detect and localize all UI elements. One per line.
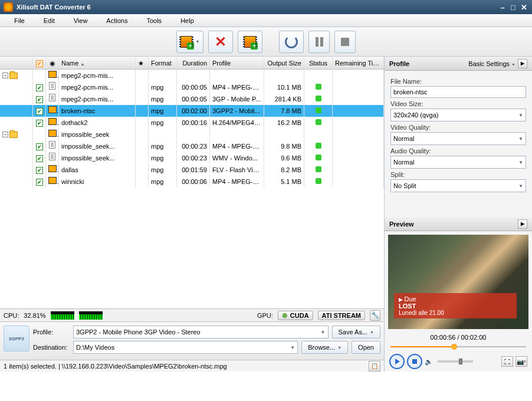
collapse-profile-button[interactable]: ▶	[518, 59, 527, 68]
row-checkbox[interactable]: ✔	[36, 155, 43, 162]
status-icon	[316, 178, 321, 184]
pause-button[interactable]	[308, 31, 330, 53]
status-icon	[316, 84, 321, 90]
film-icon: +	[180, 36, 192, 48]
toolbar: +▼ ✕ +	[0, 27, 532, 57]
row-checkbox[interactable]: ✔	[36, 143, 43, 150]
videosize-select[interactable]: 320x240 (qvga)	[390, 109, 526, 121]
collapse-preview-button[interactable]: ▶	[518, 219, 527, 229]
expand-toggle[interactable]: −	[2, 132, 8, 137]
grid-header: ✔ ◉ Name ▲ ★ Format Duration Profile Out…	[0, 57, 384, 70]
menu-help[interactable]: Help	[171, 15, 203, 26]
menu-view[interactable]: View	[64, 15, 97, 26]
status-text: 1 item(s) selected. | \\192.168.0.223\Vi…	[4, 363, 227, 370]
cpu-meter-1	[51, 311, 74, 320]
col-status[interactable]: Status	[304, 57, 333, 69]
col-remaining[interactable]: Remaining Time	[333, 57, 384, 69]
audioquality-label: Audio Quality:	[390, 147, 526, 155]
play-button[interactable]	[389, 354, 405, 369]
destination-select[interactable]: D:\My Videos	[73, 341, 298, 354]
filename-input[interactable]	[390, 86, 526, 98]
remove-button[interactable]: ✕	[208, 31, 233, 53]
seek-slider[interactable]	[390, 343, 526, 350]
cpu-meter-2	[79, 311, 103, 320]
table-row[interactable]: − impossible_seek	[0, 129, 384, 140]
delete-icon: ✕	[215, 34, 226, 50]
profile-panel-title: Profile	[389, 60, 409, 67]
file-grid[interactable]: ✔ ◉ Name ▲ ★ Format Duration Profile Out…	[0, 57, 384, 308]
menu-edit[interactable]: Edit	[34, 15, 64, 26]
col-output[interactable]: Output Size	[264, 57, 304, 69]
row-checkbox[interactable]: ✔	[36, 108, 43, 115]
row-checkbox[interactable]: ✔	[36, 167, 43, 174]
save-as-button[interactable]: Save As...▼	[332, 326, 380, 338]
minimize-button[interactable]: –	[498, 3, 507, 11]
settings-button[interactable]: 🔧	[370, 310, 380, 321]
ati-badge[interactable]: ATI STREAM	[318, 311, 365, 320]
snapshot-button[interactable]: 📷▾	[515, 356, 527, 367]
cpu-label: CPU:	[4, 312, 19, 319]
col-name[interactable]: Name ▲	[59, 57, 136, 69]
menu-actions[interactable]: Actions	[97, 15, 137, 26]
menu-file[interactable]: File	[5, 15, 34, 26]
table-row[interactable]: − mpeg2-pcm-mis...	[0, 70, 384, 81]
status-bar: 1 item(s) selected. | \\192.168.0.223\Vi…	[0, 360, 384, 372]
videoquality-select[interactable]: Normal	[390, 132, 526, 145]
volume-icon[interactable]: 🔈	[425, 358, 433, 366]
menu-tools[interactable]: Tools	[137, 15, 171, 26]
browse-button[interactable]: Browse...▼	[301, 341, 348, 354]
report-button[interactable]: 📋	[369, 361, 380, 372]
add-output-button[interactable]: +	[238, 31, 262, 53]
open-button[interactable]: Open	[352, 341, 380, 354]
stop-preview-icon	[412, 359, 417, 364]
row-checkbox[interactable]: ✔	[36, 96, 43, 103]
profile-panel-header: Profile Basic Settings ▼ ▶	[385, 57, 532, 71]
volume-slider[interactable]	[438, 360, 473, 363]
table-row[interactable]: ✔winnickimpg00:00:06MP4 - MPEG-4 ...5.1 …	[0, 176, 384, 188]
properties-panel: File Name: Video Size: 320x240 (qvga) Vi…	[385, 71, 532, 197]
table-row[interactable]: ✔impossible_seek...mpg00:00:23WMV - Wind…	[0, 152, 384, 164]
add-file-button[interactable]: +▼	[176, 31, 204, 53]
profile-select[interactable]: 3GPP2 - Mobile Phone 3GP Video - Stereo	[73, 326, 329, 338]
check-all[interactable]: ✔	[36, 60, 43, 67]
document-icon	[49, 94, 55, 101]
table-row[interactable]: ✔dallasmpg00:01:59FLV - Flash Vid...8.2 …	[0, 164, 384, 176]
basic-settings-dropdown[interactable]: Basic Settings ▼	[468, 60, 515, 67]
fullscreen-button[interactable]: ⛶	[501, 356, 513, 367]
stop-preview-button[interactable]	[407, 354, 422, 369]
table-row[interactable]: ✔broken-ntscmpg00:02:003GPP2 - Mobil...7…	[0, 105, 384, 117]
cuda-badge[interactable]: ◉CUDA	[278, 311, 313, 320]
preview-video[interactable]: ▶ Due LOST Lunedì alle 21.00	[388, 235, 528, 329]
close-button[interactable]: ✕	[519, 3, 528, 11]
videoquality-label: Video Quality:	[390, 124, 526, 131]
status-icon	[316, 166, 321, 172]
maximize-button[interactable]: □	[508, 3, 518, 11]
col-duration[interactable]: Duration	[177, 57, 210, 69]
expand-toggle[interactable]: −	[2, 73, 8, 78]
play-icon	[395, 359, 400, 364]
col-profile[interactable]: Profile	[210, 57, 264, 69]
gpu-label: GPU:	[257, 312, 273, 319]
document-icon	[49, 153, 55, 160]
row-name: broken-ntsc	[59, 105, 136, 117]
convert-button[interactable]	[279, 31, 304, 53]
film-icon	[48, 118, 57, 125]
film-icon	[48, 177, 57, 184]
status-icon	[316, 96, 321, 101]
row-checkbox[interactable]: ✔	[36, 84, 43, 91]
table-row[interactable]: ✔mpeg2-pcm-mis...mpg00:00:05MP4 - MPEG-4…	[0, 81, 384, 93]
status-icon	[316, 155, 321, 160]
table-row[interactable]: ✔impossible_seek...mpg00:00:23MP4 - MPEG…	[0, 140, 384, 152]
table-row[interactable]: ✔dothack2mpg00:00:16H.264/MPEG4 ...16.2 …	[0, 117, 384, 129]
split-select[interactable]: No Split	[390, 179, 526, 192]
col-format[interactable]: Format	[149, 57, 177, 69]
stop-button[interactable]	[334, 31, 356, 53]
destination-label: Destination:	[33, 344, 70, 351]
col-star[interactable]: ★	[136, 57, 149, 69]
row-checkbox[interactable]: ✔	[36, 179, 43, 186]
row-checkbox[interactable]: ✔	[36, 120, 43, 127]
preview-panel-header: Preview ▶	[385, 217, 532, 231]
film-icon	[48, 165, 57, 172]
audioquality-select[interactable]: Normal	[390, 156, 526, 169]
table-row[interactable]: ✔mpeg2-pcm-mis...mpg00:00:053GP - Mobile…	[0, 93, 384, 105]
